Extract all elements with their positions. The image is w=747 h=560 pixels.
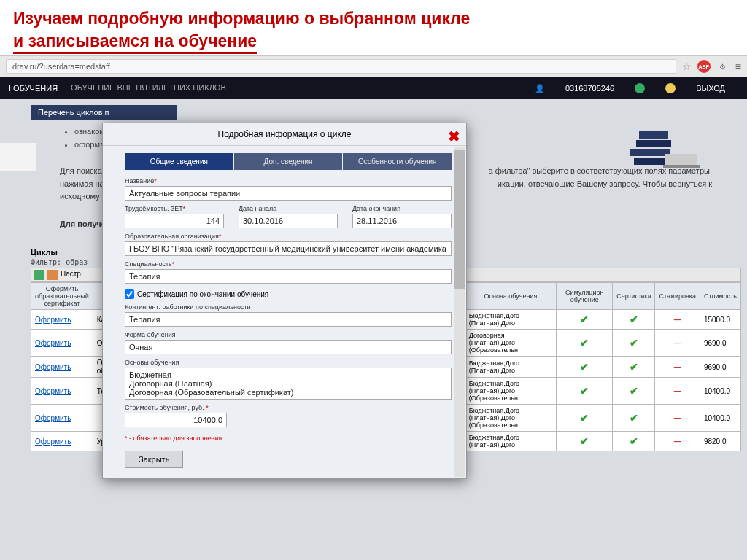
status-icon-2[interactable] bbox=[665, 83, 676, 93]
logout-link[interactable]: ВЫХОД bbox=[696, 84, 725, 93]
form-field[interactable] bbox=[125, 340, 452, 354]
oformit-link[interactable]: Оформить bbox=[35, 339, 71, 347]
svg-rect-6 bbox=[34, 270, 44, 280]
oformit-link[interactable]: Оформить bbox=[35, 414, 71, 422]
settings-link[interactable]: Настр bbox=[61, 270, 81, 280]
svg-rect-3 bbox=[639, 131, 668, 139]
svg-rect-0 bbox=[634, 158, 670, 165]
page-title-block: Изучаем подробную информацию о выбранном… bbox=[0, 0, 747, 55]
spec-field[interactable] bbox=[125, 269, 452, 284]
cert-checkbox[interactable] bbox=[125, 289, 134, 299]
modal-scrollbar[interactable] bbox=[454, 147, 465, 477]
url-bar[interactable]: drav.ru/?userdata=medstaff bbox=[6, 59, 676, 74]
oformit-link[interactable]: Оформить bbox=[35, 363, 71, 371]
name-field[interactable] bbox=[125, 186, 452, 201]
basis-field[interactable]: Бюджетная Договорная (Платная) Договорна… bbox=[125, 368, 452, 400]
cycle-detail-modal: Подробная информация о цикле ✖ Общие све… bbox=[102, 122, 467, 479]
required-note: * - обязательно для заполнения bbox=[125, 435, 452, 442]
modal-header: Подробная информация о цикле ✖ bbox=[103, 123, 466, 146]
zet-field[interactable] bbox=[125, 214, 224, 228]
nav-obucheniya[interactable]: I ОБУЧЕНИЯ bbox=[9, 84, 58, 93]
close-icon[interactable]: ✖ bbox=[448, 128, 460, 145]
title-line2: и записываемся на обучение bbox=[13, 30, 257, 54]
svg-rect-4 bbox=[663, 165, 700, 168]
extension-icon[interactable]: ⚙ bbox=[716, 60, 729, 73]
oformit-link[interactable]: Оформить bbox=[35, 387, 71, 395]
tool-icon-1[interactable] bbox=[34, 270, 44, 280]
cont-field[interactable] bbox=[125, 312, 452, 327]
nav-vne-ciklov[interactable]: ОБУЧЕНИЕ ВНЕ ПЯТИЛЕТНИХ ЦИКЛОВ bbox=[71, 83, 226, 93]
modal-tabs: Общие сведения Доп. сведения Особенности… bbox=[125, 153, 452, 170]
label-name: Название* bbox=[125, 177, 452, 184]
svg-rect-1 bbox=[630, 149, 670, 156]
start-date-field[interactable] bbox=[239, 214, 338, 228]
oformit-link[interactable]: Оформить bbox=[35, 316, 71, 324]
oformit-link[interactable]: Оформить bbox=[35, 438, 71, 446]
tab-perechen[interactable]: Перечень циклов п bbox=[31, 105, 177, 120]
browser-chrome: drav.ru/?userdata=medstaff ☆ ABP ⚙ ≡ bbox=[0, 55, 747, 77]
tab-additional[interactable]: Доп. сведения bbox=[234, 153, 343, 170]
end-date-field[interactable] bbox=[352, 214, 452, 228]
svg-rect-7 bbox=[47, 270, 58, 280]
svg-rect-2 bbox=[636, 140, 671, 147]
svg-rect-5 bbox=[665, 154, 697, 165]
books-illustration bbox=[594, 114, 703, 187]
hamburger-icon[interactable]: ≡ bbox=[735, 61, 741, 72]
sidebar: кации икаты bbox=[0, 143, 36, 171]
org-field[interactable] bbox=[125, 241, 452, 256]
user-icon: 👤 bbox=[535, 84, 545, 93]
status-icon-1[interactable] bbox=[635, 83, 645, 93]
tab-general[interactable]: Общие сведения bbox=[125, 153, 233, 170]
user-id: 03168705246 bbox=[565, 84, 614, 93]
tab-features[interactable]: Особенности обучения bbox=[343, 153, 452, 170]
title-line1: Изучаем подробную информацию о выбранном… bbox=[13, 9, 470, 28]
tool-icon-2[interactable] bbox=[47, 270, 58, 280]
cost-field[interactable] bbox=[125, 413, 227, 427]
abp-icon[interactable]: ABP bbox=[697, 60, 711, 73]
bookmark-icon[interactable]: ☆ bbox=[682, 61, 692, 72]
close-button[interactable]: Закрыть bbox=[125, 451, 183, 468]
app-header: I ОБУЧЕНИЯ ОБУЧЕНИЕ ВНЕ ПЯТИЛЕТНИХ ЦИКЛО… bbox=[0, 77, 747, 99]
modal-title: Подробная информация о цикле bbox=[218, 129, 352, 139]
